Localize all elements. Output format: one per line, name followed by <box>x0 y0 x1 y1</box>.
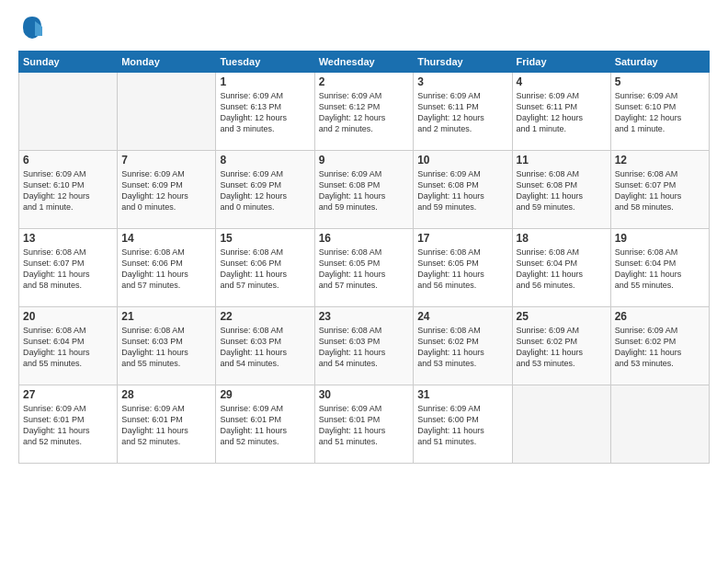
day-info: Sunrise: 6:08 AM Sunset: 6:06 PM Dayligh… <box>220 247 310 292</box>
day-info: Sunrise: 6:08 AM Sunset: 6:06 PM Dayligh… <box>121 247 211 292</box>
day-number: 25 <box>517 310 607 323</box>
day-number: 30 <box>319 388 409 401</box>
day-number: 29 <box>220 388 310 401</box>
day-number: 7 <box>121 154 211 167</box>
day-number: 28 <box>121 388 211 401</box>
weekday-header-monday: Monday <box>118 52 216 73</box>
calendar-cell: 28Sunrise: 6:09 AM Sunset: 6:01 PM Dayli… <box>118 385 216 464</box>
logo-icon <box>18 14 46 41</box>
calendar-cell: 14Sunrise: 6:08 AM Sunset: 6:06 PM Dayli… <box>118 229 216 307</box>
day-number: 23 <box>319 310 409 323</box>
calendar-cell: 9Sunrise: 6:09 AM Sunset: 6:08 PM Daylig… <box>314 151 413 229</box>
calendar-cell: 5Sunrise: 6:09 AM Sunset: 6:10 PM Daylig… <box>610 73 709 151</box>
calendar-cell: 25Sunrise: 6:09 AM Sunset: 6:02 PM Dayli… <box>512 307 610 385</box>
day-info: Sunrise: 6:09 AM Sunset: 6:09 PM Dayligh… <box>121 168 211 213</box>
header <box>18 14 710 41</box>
logo <box>18 14 51 41</box>
day-info: Sunrise: 6:09 AM Sunset: 6:11 PM Dayligh… <box>417 90 507 135</box>
day-info: Sunrise: 6:08 AM Sunset: 6:03 PM Dayligh… <box>121 325 211 370</box>
day-info: Sunrise: 6:08 AM Sunset: 6:07 PM Dayligh… <box>615 168 705 213</box>
calendar-week-row: 6Sunrise: 6:09 AM Sunset: 6:10 PM Daylig… <box>19 151 710 229</box>
calendar-cell: 4Sunrise: 6:09 AM Sunset: 6:11 PM Daylig… <box>512 73 610 151</box>
calendar-cell <box>118 73 216 151</box>
day-number: 22 <box>220 310 310 323</box>
calendar-cell: 27Sunrise: 6:09 AM Sunset: 6:01 PM Dayli… <box>19 385 118 464</box>
calendar-cell: 26Sunrise: 6:09 AM Sunset: 6:02 PM Dayli… <box>610 307 709 385</box>
day-number: 26 <box>615 310 705 323</box>
day-info: Sunrise: 6:09 AM Sunset: 6:01 PM Dayligh… <box>220 403 310 448</box>
day-info: Sunrise: 6:09 AM Sunset: 6:08 PM Dayligh… <box>319 168 409 213</box>
day-info: Sunrise: 6:09 AM Sunset: 6:01 PM Dayligh… <box>23 403 113 448</box>
calendar-cell: 31Sunrise: 6:09 AM Sunset: 6:00 PM Dayli… <box>414 385 512 464</box>
day-number: 24 <box>417 310 507 323</box>
day-info: Sunrise: 6:09 AM Sunset: 6:02 PM Dayligh… <box>517 325 607 370</box>
day-number: 19 <box>615 232 705 245</box>
calendar-cell: 17Sunrise: 6:08 AM Sunset: 6:05 PM Dayli… <box>414 229 512 307</box>
day-info: Sunrise: 6:09 AM Sunset: 6:02 PM Dayligh… <box>615 325 705 370</box>
calendar-cell: 3Sunrise: 6:09 AM Sunset: 6:11 PM Daylig… <box>414 73 512 151</box>
calendar-cell: 8Sunrise: 6:09 AM Sunset: 6:09 PM Daylig… <box>216 151 314 229</box>
weekday-header-tuesday: Tuesday <box>216 52 314 73</box>
day-info: Sunrise: 6:09 AM Sunset: 6:01 PM Dayligh… <box>121 403 211 448</box>
weekday-header-thursday: Thursday <box>414 52 512 73</box>
weekday-header-sunday: Sunday <box>19 52 118 73</box>
day-info: Sunrise: 6:09 AM Sunset: 6:10 PM Dayligh… <box>615 90 705 135</box>
day-info: Sunrise: 6:08 AM Sunset: 6:05 PM Dayligh… <box>319 247 409 292</box>
day-number: 13 <box>23 232 113 245</box>
day-number: 31 <box>417 388 507 401</box>
calendar-cell: 22Sunrise: 6:08 AM Sunset: 6:03 PM Dayli… <box>216 307 314 385</box>
day-info: Sunrise: 6:08 AM Sunset: 6:08 PM Dayligh… <box>517 168 607 213</box>
calendar-cell: 10Sunrise: 6:09 AM Sunset: 6:08 PM Dayli… <box>414 151 512 229</box>
calendar-cell: 18Sunrise: 6:08 AM Sunset: 6:04 PM Dayli… <box>512 229 610 307</box>
weekday-header-row: SundayMondayTuesdayWednesdayThursdayFrid… <box>19 52 710 73</box>
calendar-cell: 21Sunrise: 6:08 AM Sunset: 6:03 PM Dayli… <box>118 307 216 385</box>
calendar-week-row: 13Sunrise: 6:08 AM Sunset: 6:07 PM Dayli… <box>19 229 710 307</box>
day-info: Sunrise: 6:08 AM Sunset: 6:07 PM Dayligh… <box>23 247 113 292</box>
calendar-cell: 16Sunrise: 6:08 AM Sunset: 6:05 PM Dayli… <box>314 229 413 307</box>
calendar-table: SundayMondayTuesdayWednesdayThursdayFrid… <box>18 51 710 464</box>
day-info: Sunrise: 6:08 AM Sunset: 6:02 PM Dayligh… <box>417 325 507 370</box>
day-number: 20 <box>23 310 113 323</box>
calendar-cell: 7Sunrise: 6:09 AM Sunset: 6:09 PM Daylig… <box>118 151 216 229</box>
day-number: 14 <box>121 232 211 245</box>
day-number: 8 <box>220 154 310 167</box>
day-info: Sunrise: 6:08 AM Sunset: 6:04 PM Dayligh… <box>23 325 113 370</box>
day-number: 2 <box>319 75 409 88</box>
day-info: Sunrise: 6:08 AM Sunset: 6:05 PM Dayligh… <box>417 247 507 292</box>
day-number: 11 <box>517 154 607 167</box>
day-number: 18 <box>517 232 607 245</box>
calendar-cell: 30Sunrise: 6:09 AM Sunset: 6:01 PM Dayli… <box>314 385 413 464</box>
calendar-cell: 2Sunrise: 6:09 AM Sunset: 6:12 PM Daylig… <box>314 73 413 151</box>
calendar-cell: 20Sunrise: 6:08 AM Sunset: 6:04 PM Dayli… <box>19 307 118 385</box>
page-container: SundayMondayTuesdayWednesdayThursdayFrid… <box>0 0 728 473</box>
calendar-cell <box>512 385 610 464</box>
calendar-cell: 1Sunrise: 6:09 AM Sunset: 6:13 PM Daylig… <box>216 73 314 151</box>
day-number: 4 <box>517 75 607 88</box>
calendar-cell: 29Sunrise: 6:09 AM Sunset: 6:01 PM Dayli… <box>216 385 314 464</box>
day-info: Sunrise: 6:09 AM Sunset: 6:11 PM Dayligh… <box>517 90 607 135</box>
day-number: 15 <box>220 232 310 245</box>
weekday-header-saturday: Saturday <box>610 52 709 73</box>
weekday-header-friday: Friday <box>512 52 610 73</box>
day-number: 9 <box>319 154 409 167</box>
calendar-week-row: 1Sunrise: 6:09 AM Sunset: 6:13 PM Daylig… <box>19 73 710 151</box>
day-info: Sunrise: 6:09 AM Sunset: 6:08 PM Dayligh… <box>417 168 507 213</box>
calendar-cell: 23Sunrise: 6:08 AM Sunset: 6:03 PM Dayli… <box>314 307 413 385</box>
calendar-week-row: 20Sunrise: 6:08 AM Sunset: 6:04 PM Dayli… <box>19 307 710 385</box>
day-number: 5 <box>615 75 705 88</box>
calendar-cell: 15Sunrise: 6:08 AM Sunset: 6:06 PM Dayli… <box>216 229 314 307</box>
calendar-week-row: 27Sunrise: 6:09 AM Sunset: 6:01 PM Dayli… <box>19 385 710 464</box>
calendar-cell: 12Sunrise: 6:08 AM Sunset: 6:07 PM Dayli… <box>610 151 709 229</box>
calendar-cell: 11Sunrise: 6:08 AM Sunset: 6:08 PM Dayli… <box>512 151 610 229</box>
day-info: Sunrise: 6:09 AM Sunset: 6:00 PM Dayligh… <box>417 403 507 448</box>
calendar-cell <box>19 73 118 151</box>
day-number: 17 <box>417 232 507 245</box>
day-number: 16 <box>319 232 409 245</box>
calendar-cell: 6Sunrise: 6:09 AM Sunset: 6:10 PM Daylig… <box>19 151 118 229</box>
day-number: 1 <box>220 75 310 88</box>
day-number: 27 <box>23 388 113 401</box>
calendar-cell <box>610 385 709 464</box>
day-info: Sunrise: 6:08 AM Sunset: 6:03 PM Dayligh… <box>220 325 310 370</box>
day-info: Sunrise: 6:08 AM Sunset: 6:04 PM Dayligh… <box>615 247 705 292</box>
calendar-cell: 19Sunrise: 6:08 AM Sunset: 6:04 PM Dayli… <box>610 229 709 307</box>
